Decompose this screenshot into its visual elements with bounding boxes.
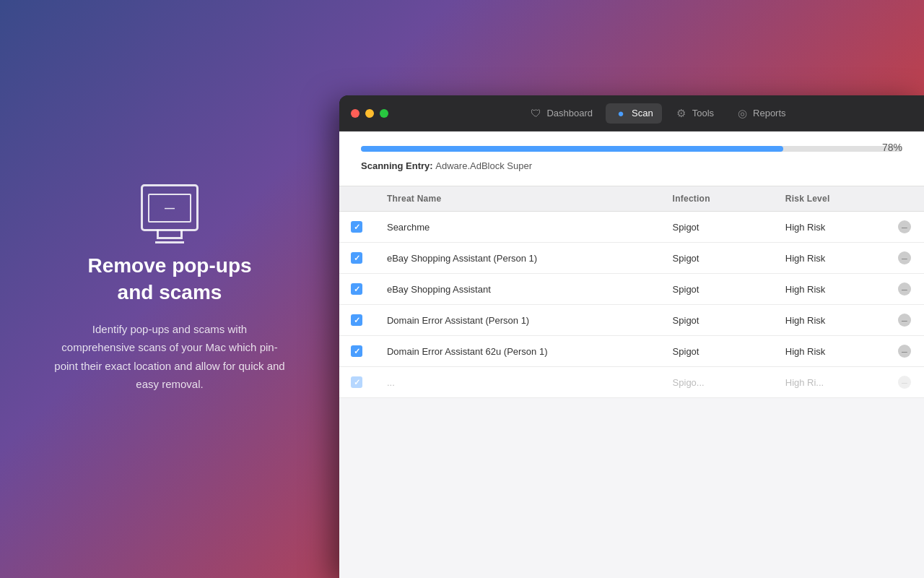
threat-name: eBay Shopping Assistant (Person 1) bbox=[375, 243, 661, 274]
table-header: Threat Name Infection Risk Level bbox=[339, 186, 924, 212]
infection-type: Spigot bbox=[661, 243, 774, 274]
scan-icon: ● bbox=[614, 107, 627, 120]
threat-name: Searchme bbox=[375, 212, 661, 243]
nav-bar: 🛡 Dashboard ● Scan ⚙ Tools ◎ Reports bbox=[403, 103, 912, 124]
nav-label-tools: Tools bbox=[692, 108, 714, 118]
traffic-light-close[interactable] bbox=[351, 109, 359, 118]
row-checkbox[interactable]: ✓ bbox=[351, 221, 362, 233]
col-header-checkbox bbox=[339, 186, 375, 212]
table-row[interactable]: ✓SearchmeSpigotHigh Risk– bbox=[339, 212, 924, 243]
table-row[interactable]: ✓Domain Error Assistant (Person 1)Spigot… bbox=[339, 305, 924, 336]
app-window: 🛡 Dashboard ● Scan ⚙ Tools ◎ Reports 78% bbox=[339, 95, 924, 578]
threat-name: Domain Error Assistant 62u (Person 1) bbox=[375, 336, 661, 367]
dashboard-icon: 🛡 bbox=[529, 107, 542, 120]
scan-header: 78% Scanning Entry: Adware.AdBlock Super bbox=[339, 131, 924, 186]
titlebar: 🛡 Dashboard ● Scan ⚙ Tools ◎ Reports bbox=[339, 95, 924, 131]
risk-level: High Risk bbox=[774, 274, 886, 305]
risk-level: High Risk bbox=[774, 243, 886, 274]
infection-type: Spigo... bbox=[661, 367, 774, 398]
main-content: 78% Scanning Entry: Adware.AdBlock Super… bbox=[339, 131, 924, 578]
col-header-threat-name: Threat Name bbox=[375, 186, 661, 212]
threat-name: eBay Shopping Assistant bbox=[375, 274, 661, 305]
nav-item-dashboard[interactable]: 🛡 Dashboard bbox=[520, 103, 601, 124]
left-panel: Remove pop-ups and scams Identify pop-up… bbox=[0, 0, 339, 578]
row-checkbox[interactable]: ✓ bbox=[351, 345, 362, 357]
table-row[interactable]: ✓eBay Shopping Assistant (Person 1)Spigo… bbox=[339, 243, 924, 274]
infection-type: Spigot bbox=[661, 305, 774, 336]
remove-button[interactable]: – bbox=[898, 345, 911, 358]
row-checkbox[interactable]: ✓ bbox=[351, 314, 362, 326]
nav-label-reports: Reports bbox=[753, 108, 786, 118]
progress-percent: 78% bbox=[882, 142, 902, 153]
reports-icon: ◎ bbox=[736, 107, 749, 120]
table-row[interactable]: ✓Domain Error Assistant 62u (Person 1)Sp… bbox=[339, 336, 924, 367]
threat-name: Domain Error Assistant (Person 1) bbox=[375, 305, 661, 336]
traffic-lights bbox=[351, 109, 388, 118]
nav-item-tools[interactable]: ⚙ Tools bbox=[666, 103, 723, 124]
scanning-label: Scanning Entry: bbox=[361, 160, 435, 171]
infection-type: Spigot bbox=[661, 212, 774, 243]
remove-button[interactable]: – bbox=[898, 282, 911, 296]
risk-level: High Risk bbox=[774, 336, 886, 367]
nav-label-dashboard: Dashboard bbox=[546, 108, 593, 118]
monitor-inner-display bbox=[148, 194, 191, 223]
risk-level: High Risk bbox=[774, 212, 886, 243]
left-description: Identify pop-ups and scams with comprehe… bbox=[54, 320, 285, 394]
table-row[interactable]: ✓eBay Shopping AssistantSpigotHigh Risk– bbox=[339, 274, 924, 305]
table-row[interactable]: ✓...Spigo...High Ri...– bbox=[339, 367, 924, 398]
col-header-risk-level: Risk Level bbox=[774, 186, 886, 212]
remove-button[interactable]: – bbox=[898, 220, 911, 233]
nav-label-scan: Scan bbox=[632, 108, 653, 118]
scanning-entry: Scanning Entry: Adware.AdBlock Super bbox=[361, 160, 902, 171]
threat-table-body: ✓SearchmeSpigotHigh Risk–✓eBay Shopping … bbox=[339, 212, 924, 398]
progress-bar-container: 78% bbox=[361, 146, 902, 152]
tools-icon: ⚙ bbox=[675, 107, 688, 120]
infection-type: Spigot bbox=[661, 274, 774, 305]
threat-name: ... bbox=[375, 367, 661, 398]
row-checkbox[interactable]: ✓ bbox=[351, 376, 362, 388]
risk-level: High Ri... bbox=[774, 367, 886, 398]
remove-button[interactable]: – bbox=[898, 376, 911, 389]
row-checkbox[interactable]: ✓ bbox=[351, 252, 362, 264]
progress-bar-fill bbox=[361, 146, 783, 152]
col-header-action bbox=[886, 186, 924, 212]
threat-table: Threat Name Infection Risk Level ✓Search… bbox=[339, 186, 924, 398]
risk-level: High Risk bbox=[774, 305, 886, 336]
traffic-light-minimize[interactable] bbox=[365, 109, 374, 118]
row-checkbox[interactable]: ✓ bbox=[351, 283, 362, 295]
left-title: Remove pop-ups and scams bbox=[87, 253, 251, 306]
scanning-entry-value: Adware.AdBlock Super bbox=[435, 160, 532, 171]
infection-type: Spigot bbox=[661, 336, 774, 367]
nav-item-scan[interactable]: ● Scan bbox=[606, 103, 662, 124]
nav-item-reports[interactable]: ◎ Reports bbox=[727, 103, 795, 124]
remove-button[interactable]: – bbox=[898, 314, 911, 327]
remove-button[interactable]: – bbox=[898, 251, 911, 264]
traffic-light-fullscreen[interactable] bbox=[380, 109, 388, 118]
col-header-infection: Infection bbox=[661, 186, 774, 212]
monitor-icon bbox=[141, 184, 199, 231]
